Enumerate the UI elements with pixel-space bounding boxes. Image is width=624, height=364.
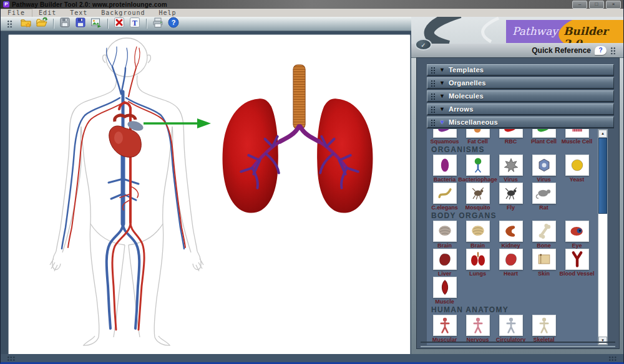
- library-item-label: Skin: [538, 271, 550, 277]
- toolbar-drag-handle[interactable]: [7, 20, 12, 27]
- collapse-panel-button[interactable]: ✓: [415, 39, 432, 50]
- library-item-muscle-cell[interactable]: Muscle Cell: [560, 129, 593, 145]
- library-item-fly[interactable]: Fly: [494, 183, 527, 211]
- accordion-drag-handle[interactable]: [431, 93, 436, 100]
- help-button[interactable]: ?: [167, 17, 180, 30]
- library-item-muscle[interactable]: Muscle: [428, 277, 461, 305]
- accordion-section-miscellaneous[interactable]: ▼Miscellaneous: [427, 117, 614, 128]
- triangle-icon: ▼: [439, 93, 445, 99]
- export-image-icon: [90, 16, 102, 31]
- library-item-c-elegans[interactable]: C.elegans: [428, 183, 461, 211]
- virus-icon: [499, 155, 523, 176]
- library-item-fat-cell[interactable]: Fat Cell: [461, 129, 494, 145]
- new-file-icon: [20, 16, 32, 31]
- library-item-brain[interactable]: Brain: [428, 221, 461, 249]
- library-item-label: RBC: [505, 138, 517, 145]
- muscle-icon: [433, 277, 457, 298]
- restore-button[interactable]: □: [589, 1, 604, 9]
- menu-item-text[interactable]: Text: [63, 9, 94, 17]
- library-item-brain[interactable]: Brain: [461, 221, 494, 249]
- library-item-virus[interactable]: Virus: [494, 155, 527, 183]
- triangle-icon: ▼: [439, 80, 445, 86]
- bottom-left-drag-handle[interactable]: [7, 356, 16, 361]
- bottom-right-drag-handle[interactable]: [608, 356, 617, 361]
- menu-item-help[interactable]: Help: [152, 9, 183, 17]
- library-grid: MuscularNervousCirculatorySkeletal: [428, 315, 597, 343]
- triangle-icon: ▼: [439, 107, 445, 112]
- library-item-label: Blood Vessel: [559, 271, 594, 277]
- library-scroll-area[interactable]: SquamousFat CellRBCPlant CellMuscle Cell…: [428, 129, 597, 345]
- green-arrow[interactable]: [142, 117, 212, 130]
- library-item-muscular[interactable]: Muscular: [428, 315, 461, 343]
- export-image-button[interactable]: [89, 17, 103, 30]
- library-item-label: Lungs: [469, 271, 486, 277]
- library-item-heart[interactable]: Heart: [494, 249, 527, 277]
- print-icon: [152, 16, 164, 31]
- library-item-skeletal[interactable]: Skeletal: [527, 315, 560, 343]
- lungs-icon: [466, 249, 490, 270]
- accordion-drag-handle[interactable]: [431, 67, 436, 74]
- library-grid: BrainBrainKidneyBoneEyeLiverLungsHeartSk…: [428, 221, 597, 305]
- library-item-squamous[interactable]: Squamous: [428, 129, 461, 145]
- library-item-label: Brain: [470, 242, 485, 249]
- library-scrollbar[interactable]: ▲ ▼: [598, 129, 608, 345]
- heart-illustration: [109, 115, 145, 157]
- accordion-drag-handle[interactable]: [431, 119, 436, 126]
- fly-icon: [499, 183, 523, 204]
- library-item-circulatory[interactable]: Circulatory: [494, 315, 527, 343]
- accordion-section-organelles[interactable]: ▼Organelles: [427, 77, 614, 89]
- svg-text:T: T: [132, 19, 137, 27]
- menu-item-file[interactable]: File: [1, 9, 32, 17]
- library-item-rat[interactable]: Rat: [527, 183, 560, 211]
- accordion-drag-handle[interactable]: [431, 80, 436, 87]
- library-item-liver[interactable]: Liver: [428, 249, 461, 277]
- canvas[interactable]: [8, 34, 411, 355]
- accordion-section-templates[interactable]: ▼Templates: [427, 64, 614, 76]
- quick-reference-help-button[interactable]: ?: [595, 46, 607, 55]
- skeletal-system-icon: [532, 315, 556, 336]
- panel-header: Pathway Builder 2.0: [411, 17, 624, 44]
- library-item-bone[interactable]: Bone: [527, 221, 560, 249]
- library-item-label: Muscle Cell: [562, 138, 593, 145]
- panel-drag-handle[interactable]: [610, 47, 616, 54]
- library-item-virus[interactable]: Virus: [527, 155, 560, 183]
- library-item-eye[interactable]: Eye: [560, 221, 593, 249]
- save-button[interactable]: [58, 17, 72, 30]
- save-as-button[interactable]: [74, 17, 87, 30]
- save-as-icon: [74, 16, 87, 31]
- library-item-nervous[interactable]: Nervous: [461, 315, 494, 343]
- squamous-cell-icon: [433, 129, 457, 138]
- library-item-mosquito[interactable]: Mosquito: [461, 183, 494, 211]
- delete-button[interactable]: [112, 17, 126, 30]
- insert-text-button[interactable]: T: [128, 17, 142, 30]
- open-button[interactable]: [35, 17, 49, 30]
- library-item-yeast[interactable]: Yeast: [560, 155, 593, 183]
- bottom-bar: [1, 354, 623, 362]
- library-item-rbc[interactable]: RBC: [494, 129, 527, 145]
- scrollbar-thumb[interactable]: [598, 138, 607, 214]
- library-item-plant-cell[interactable]: Plant Cell: [527, 129, 560, 145]
- library-item-label: Yeast: [570, 176, 585, 183]
- library-item-bacteria[interactable]: Bacteria: [428, 155, 461, 183]
- titlebar: P Pathway Builder Tool 2.0: www.proteinl…: [1, 0, 623, 9]
- library-item-kidney[interactable]: Kidney: [494, 221, 527, 249]
- library-item-skin[interactable]: Skin: [527, 249, 560, 277]
- circulatory-system-figure[interactable]: [44, 37, 211, 352]
- accordion-drag-handle[interactable]: [431, 106, 436, 113]
- text-icon: T: [129, 16, 141, 31]
- print-button[interactable]: [151, 17, 165, 30]
- library-item-blood-vessel[interactable]: Blood Vessel: [560, 249, 593, 277]
- menu-item-edit[interactable]: Edit: [32, 9, 63, 17]
- menu-item-background[interactable]: Background: [94, 9, 152, 17]
- bacteriophage-icon: [466, 155, 490, 176]
- accordion-section-arrows[interactable]: ▼Arrows: [427, 103, 614, 115]
- minimize-button[interactable]: –: [572, 1, 587, 9]
- rbc-icon: [499, 129, 523, 138]
- close-button[interactable]: ×: [606, 1, 621, 9]
- library-item-lungs[interactable]: Lungs: [461, 249, 494, 277]
- accordion-section-molecules[interactable]: ▼Molecules: [427, 90, 614, 102]
- library-item-bacteriophage[interactable]: Bacteriophage: [461, 155, 494, 183]
- lungs-illustration[interactable]: [220, 61, 377, 218]
- new-button[interactable]: [19, 17, 33, 30]
- scroll-up-button[interactable]: ▲: [598, 130, 607, 138]
